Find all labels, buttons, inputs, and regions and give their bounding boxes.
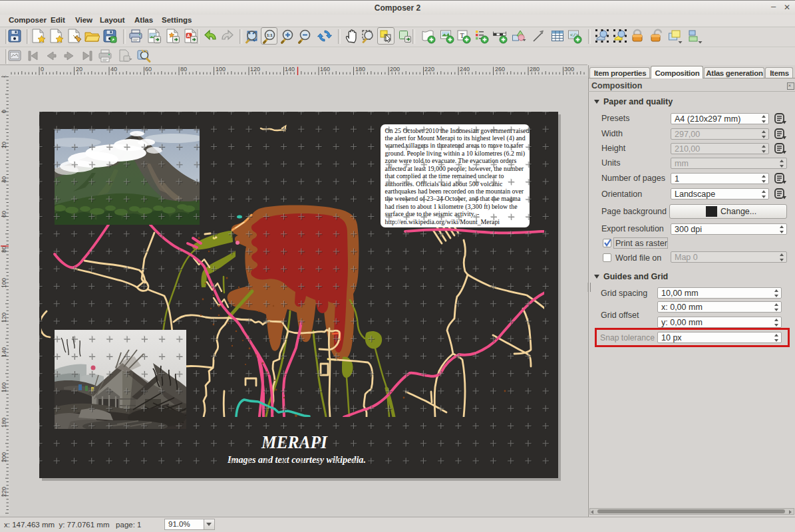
svg-text:ground. People living within a: ground. People living within a 10 kilome…: [385, 150, 526, 158]
svg-text:300: 300: [564, 66, 574, 72]
svg-text:60: 60: [1, 211, 7, 217]
svg-text:the alert for Mount Merapi to: the alert for Mount Merapi to its highes…: [385, 134, 526, 142]
svg-text:140: 140: [285, 66, 295, 72]
svg-text:MERAPI: MERAPI: [261, 432, 328, 452]
svg-text:surface due to the seismic act: surface due to the seismic activity. -: [385, 210, 480, 217]
svg-text:Images and text courtesy wikip: Images and text courtesy wikipedia.: [227, 454, 366, 465]
svg-text:80: 80: [180, 66, 187, 72]
svg-text:that complied at the time rema: that complied at the time remained uncle…: [385, 172, 504, 180]
svg-text:had risen to about 1 kilometre: had risen to about 1 kilometre (3,300 ft…: [385, 203, 518, 211]
svg-text:http://en.wikipedia.org/wiki/M: http://en.wikipedia.org/wiki/Mount_Merap…: [385, 218, 500, 225]
svg-text:220: 220: [424, 66, 434, 72]
svg-text:160: 160: [1, 382, 7, 392]
svg-text:240: 240: [460, 66, 470, 72]
svg-text:280: 280: [530, 66, 540, 72]
svg-text:20: 20: [76, 66, 82, 72]
svg-text:60: 60: [145, 66, 152, 72]
svg-text:zone were told to evacuate. Th: zone were told to evacuate. The evacuati…: [385, 157, 517, 164]
svg-text:260: 260: [495, 66, 505, 72]
svg-text:140: 140: [1, 347, 7, 357]
svg-text:earthquakes had been recorded: earthquakes had been recorded on the mou…: [385, 188, 524, 195]
svg-text:120: 120: [250, 66, 260, 72]
svg-text:20: 20: [1, 142, 7, 148]
svg-text:180: 180: [355, 66, 365, 72]
svg-text:0: 0: [1, 110, 7, 113]
svg-text:1:1: 1:1: [267, 33, 273, 37]
svg-text:A: A: [187, 33, 190, 38]
svg-text:-20: -20: [1, 75, 7, 78]
svg-text:200: 200: [390, 66, 400, 72]
svg-text:200: 200: [1, 452, 7, 462]
svg-text:180: 180: [1, 418, 7, 428]
svg-text:authorities. Officials said ab: authorities. Officials said about 500 vo…: [385, 180, 504, 188]
svg-text:0: 0: [41, 66, 44, 72]
svg-text:40: 40: [110, 66, 117, 72]
svg-text:220: 220: [1, 487, 7, 497]
svg-text:80: 80: [1, 246, 7, 253]
svg-text:100: 100: [216, 66, 226, 72]
svg-text:120: 120: [1, 313, 7, 323]
svg-text:160: 160: [320, 66, 330, 72]
svg-text:100: 100: [1, 278, 7, 288]
svg-text:40: 40: [1, 176, 7, 183]
